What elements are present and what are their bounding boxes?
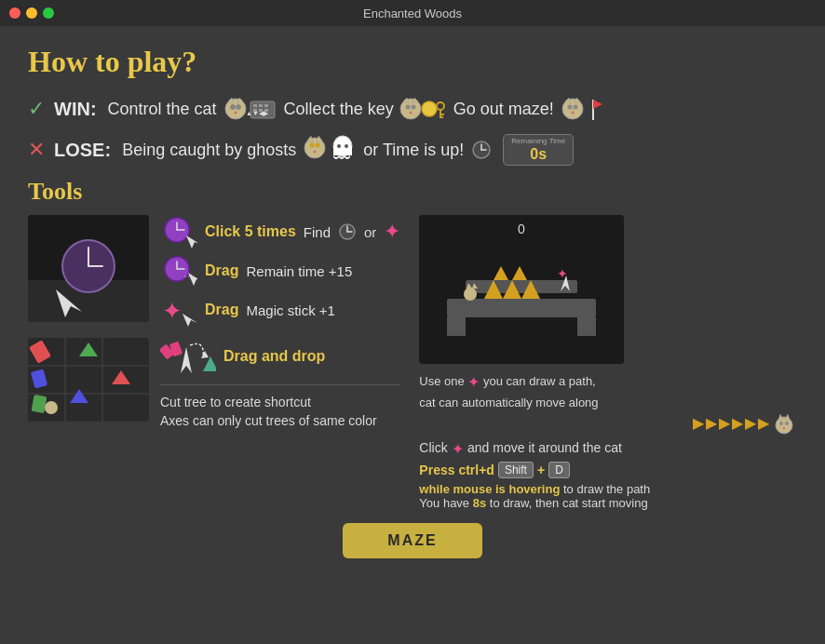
svg-rect-40 [333, 146, 352, 155]
svg-point-28 [571, 112, 574, 114]
svg-point-27 [573, 105, 577, 110]
tool-block-top: Click 5 times Find or ✦ [28, 215, 400, 327]
click-move-row: Click ✦ and move it around the cat [419, 440, 797, 458]
while-text: while mouse is hovering [419, 482, 560, 496]
cat-keyboard-icon: ▲▼◀▶ [223, 94, 278, 124]
svg-marker-82 [203, 356, 216, 371]
svg-point-35 [316, 143, 320, 148]
maximize-button[interactable] [43, 7, 54, 19]
x-icon: ✕ [28, 138, 45, 162]
win-row: ✓ WIN: Control the cat ▲▼◀▶ Collect the … [28, 94, 797, 124]
svg-text:✦: ✦ [162, 297, 183, 325]
use-one-text: Use one [419, 374, 464, 388]
or-text-1: or [364, 224, 376, 240]
drag-drop-icon [160, 338, 216, 375]
svg-text:0: 0 [518, 221, 525, 236]
press-ctrl-text: Press ctrl+d [419, 463, 494, 477]
svg-point-21 [437, 102, 444, 110]
drag-drop-row: Drag and drop [160, 338, 400, 375]
drag-time-icon [160, 254, 197, 288]
arrow-icon-4: ▶ [732, 414, 743, 432]
arrow-icon-3: ▶ [719, 414, 730, 432]
use-text3: cat can automatically move along [419, 396, 598, 409]
traffic-lights [9, 7, 54, 19]
svg-point-3 [234, 112, 237, 114]
small-cat-icon [771, 412, 797, 435]
svg-point-26 [567, 105, 572, 110]
svg-rect-8 [259, 104, 263, 107]
arrows-row: ▶ ▶ ▶ ▶ ▶ ▶ [419, 412, 797, 435]
left-column: Click 5 times Find or ✦ [28, 215, 400, 510]
click-tool-icon [160, 215, 197, 248]
pink-star-icon-1: ✦ [384, 220, 400, 244]
cat-key-icon [399, 94, 448, 124]
click-text: Click [419, 440, 447, 455]
svg-rect-87 [577, 317, 596, 336]
check-icon: ✓ [28, 97, 45, 121]
click-icon-svg [160, 215, 197, 248]
you-have-row: You have 8s to draw, then cat start movi… [419, 496, 797, 510]
svg-point-36 [314, 151, 317, 154]
svg-marker-62 [188, 273, 197, 286]
cat-ghost-icon [302, 133, 358, 167]
tools-title: Tools [28, 178, 797, 206]
time-highlight: 8s [473, 496, 486, 510]
svg-point-101 [785, 422, 789, 425]
svg-marker-32 [593, 100, 602, 109]
svg-point-16 [411, 105, 415, 110]
path-area: Use one ✦ you can draw a path, cat can a… [419, 371, 797, 412]
to-draw2-text: to draw, then cat start moving [490, 496, 648, 510]
divider-1 [160, 384, 400, 385]
svg-rect-88 [466, 280, 577, 293]
use-text2: you can draw a path, [483, 374, 596, 388]
remaining-time-value: 0s [530, 145, 547, 163]
svg-point-100 [779, 422, 783, 425]
tool-block-bottom: Drag and drop Cut tree to create shortcu… [28, 338, 400, 428]
svg-point-17 [409, 112, 412, 114]
while-hovering-row: while mouse is hovering to draw the path [419, 482, 797, 496]
plus-text: + [537, 463, 545, 477]
svg-point-94 [464, 288, 477, 301]
win-step1-text: Control the cat [108, 100, 217, 119]
tool-items-1: Click 5 times Find or ✦ [160, 215, 400, 327]
remaining-time-widget: Remaining Time 0s [503, 134, 574, 167]
svg-marker-65 [183, 314, 197, 327]
arrow-icon-1: ▶ [693, 414, 704, 432]
drag-magic-svg: ✦ [160, 293, 197, 327]
drag-label-1: Drag [205, 262, 238, 279]
titlebar: Enchanted Woods [0, 0, 825, 26]
find-text: Find [304, 224, 331, 240]
win-step2-text: Collect the key [284, 100, 394, 119]
or-time-text: or Time is up! [363, 141, 464, 160]
d-key: D [548, 462, 570, 478]
thumbnail-1-svg [28, 215, 149, 322]
tool-row-click5: Click 5 times Find or ✦ [160, 215, 400, 248]
arrow-icon-5: ▶ [745, 414, 756, 432]
game-thumbnail-2 [28, 338, 149, 422]
drag-time-svg [160, 254, 197, 288]
thumbnail-2-svg [28, 338, 149, 422]
svg-text:▲▼◀▶: ▲▼◀▶ [246, 110, 269, 116]
svg-point-34 [310, 143, 315, 148]
svg-rect-7 [253, 104, 257, 107]
minimize-button[interactable] [26, 7, 37, 19]
game-thumbnail-1 [28, 215, 149, 322]
shift-key: Shift [498, 462, 534, 478]
svg-marker-80 [181, 347, 192, 373]
maze-button[interactable]: MAZE [343, 523, 481, 558]
svg-point-1 [230, 105, 235, 110]
drag-drop-area: Drag and drop Cut tree to create shortcu… [160, 338, 400, 428]
magic-stick-text: Magic stick +1 [246, 302, 334, 318]
close-button[interactable] [9, 7, 20, 19]
lose-row: ✕ LOSE: Being caught by ghosts or Time i… [28, 133, 797, 167]
svg-point-42 [345, 144, 348, 148]
drag-label-2: Drag [205, 302, 238, 318]
to-draw-text: to draw the path [563, 482, 650, 496]
path-star-icon: ✦ [467, 374, 480, 390]
win-step3-text: Go out maze! [453, 100, 554, 119]
cat-flag-icon [560, 94, 602, 124]
svg-point-2 [236, 105, 240, 110]
drag-magic-icon: ✦ [160, 293, 197, 327]
how-to-play-title: How to play? [28, 45, 797, 79]
click-star-icon: ✦ [452, 441, 467, 457]
